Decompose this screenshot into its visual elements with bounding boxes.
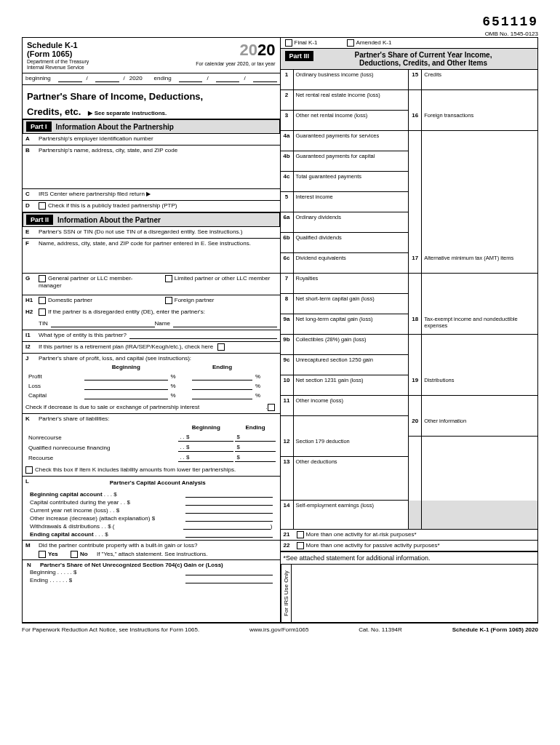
- p3-19: Distributions: [422, 375, 537, 396]
- p3-6b: Qualified dividends: [294, 233, 409, 253]
- calendar-year-text: For calendar year 2020, or tax year: [196, 61, 275, 66]
- beginning-label: beginning: [25, 75, 51, 81]
- footer-form: Schedule K-1 (Form 1065) 2020: [452, 626, 538, 633]
- line-i1: What type of entity is this partner?: [39, 332, 127, 338]
- begin-month[interactable]: [58, 75, 82, 82]
- line-i2: If this partner is a retirement plan (IR…: [39, 343, 213, 350]
- i2-checkbox[interactable]: [217, 343, 225, 351]
- tin-input[interactable]: [51, 320, 155, 327]
- p3-12: Section 179 deduction: [294, 437, 409, 457]
- p3-13: Other deductions: [294, 457, 409, 501]
- see-instructions: ▶ See separate instructions.: [88, 110, 167, 116]
- p3-18: Tax-exempt income and nondeductible expe…: [422, 314, 537, 335]
- p3-1: Ordinary business income (loss): [294, 70, 409, 90]
- p3-9c: Unrecaptured section 1250 gain: [294, 355, 409, 375]
- line-k: Partner's share of liabilities:: [39, 415, 110, 422]
- p3-10: Net section 1231 gain (loss): [294, 375, 409, 396]
- p3-2: Net rental real estate income (loss): [294, 90, 409, 111]
- line-e: Partner's SSN or TIN (Do not use TIN of …: [39, 228, 242, 235]
- i1-input[interactable]: [129, 332, 277, 339]
- line-a: Partnership's employer identification nu…: [39, 135, 153, 142]
- schedule-title: Schedule K-1: [27, 41, 187, 49]
- m-yes-checkbox[interactable]: [39, 551, 46, 558]
- irs-use-only: For IRS Use Only: [281, 565, 292, 622]
- line-n: Partner's Share of Net Unrecognized Sect…: [40, 562, 223, 568]
- line-f: Name, address, city, state, and ZIP code…: [39, 240, 251, 247]
- p3-17: Alternative minimum tax (AMT) items: [422, 253, 537, 274]
- part3-header: Part III Partner's Share of Current Year…: [281, 49, 538, 70]
- m-note: If "Yes," attach statement. See instruct…: [97, 551, 208, 557]
- ptp-checkbox[interactable]: [39, 202, 46, 210]
- cb-21[interactable]: [297, 531, 304, 538]
- cb-22[interactable]: [297, 542, 304, 549]
- p3-20: Other information: [422, 416, 537, 437]
- line-m: Did the partner contribute property with…: [39, 542, 197, 549]
- line-d: Check if this is a publicly traded partn…: [48, 202, 177, 209]
- fp-label: Foreign partner: [175, 297, 215, 303]
- gp-checkbox[interactable]: [39, 275, 46, 282]
- form-code: 651119: [22, 15, 538, 29]
- line-h2: If the partner is a disregarded entity (…: [48, 308, 205, 315]
- tax-year: 2020: [196, 41, 275, 60]
- p3-5: Interest income: [294, 192, 409, 212]
- p3-14: Self-employment earnings (loss): [294, 501, 409, 530]
- p3-11: Other income (loss): [294, 396, 409, 416]
- fp-checkbox[interactable]: [165, 297, 172, 304]
- main-title-2: Credits, etc.: [27, 106, 81, 117]
- line-c: IRS Center where partnership filed retur…: [39, 191, 151, 197]
- p3-9a: Net long-term capital gain (loss): [294, 314, 409, 335]
- part2-header: Part IIInformation About the Partner: [23, 212, 280, 227]
- k-checkbox[interactable]: [25, 466, 33, 474]
- k-check-label: Check this box if Item K includes liabil…: [35, 466, 236, 473]
- p3-4c: Total guaranteed payments: [294, 172, 409, 192]
- final-label: Final K-1: [295, 39, 318, 46]
- p3-3: Other net rental income (loss): [294, 111, 409, 131]
- tin-label: TIN: [39, 320, 48, 327]
- dp-label: Domestic partner: [48, 297, 92, 303]
- lp-label: Limited partner or other LLC member: [175, 275, 271, 282]
- m-no-checkbox[interactable]: [71, 551, 78, 558]
- j-checkbox[interactable]: [268, 404, 275, 411]
- name-input[interactable]: [173, 320, 277, 327]
- lp-checkbox[interactable]: [165, 275, 172, 282]
- amended-label: Amended K-1: [356, 39, 392, 46]
- p3-9b: Collectibles (28%) gain (loss): [294, 335, 409, 355]
- begin-year: 2020: [129, 75, 143, 81]
- p3-6a: Ordinary dividends: [294, 212, 409, 233]
- url: www.irs.gov/Form1065: [249, 626, 308, 633]
- p3-4a: Guaranteed payments for services: [294, 131, 409, 151]
- dp-checkbox[interactable]: [39, 297, 46, 304]
- gp-label: General partner or LLC member-manager: [39, 275, 133, 289]
- p3-15: Credits: [422, 70, 537, 90]
- p3-6c: Dividend equivalents: [294, 253, 409, 274]
- dept-treasury: Department of the Treasury: [27, 59, 187, 64]
- p3-22: More than one activity for passive activ…: [306, 542, 440, 549]
- p3-4b: Guaranteed payments for capital: [294, 151, 409, 172]
- begin-day[interactable]: [95, 75, 119, 82]
- line-j: Partner's share of profit, loss, and cap…: [39, 355, 191, 362]
- line-b: Partnership's name, address, city, state…: [39, 147, 177, 154]
- pra-notice: For Paperwork Reduction Act Notice, see …: [22, 626, 199, 633]
- amended-k1-checkbox[interactable]: [347, 39, 354, 47]
- main-title-1: Partner's Share of Income, Deductions,: [27, 91, 276, 102]
- end-month[interactable]: [179, 75, 203, 82]
- j-check-label: Check if decrease is due to sale or exch…: [25, 404, 265, 410]
- p3-16: Foreign transactions: [422, 111, 537, 131]
- form-number: (Form 1065): [27, 49, 187, 58]
- attached-statement: *See attached statement for additional i…: [281, 551, 538, 564]
- p3-21: More than one activity for at-risk purpo…: [306, 531, 417, 538]
- part1-header: Part IInformation About the Partnership: [23, 119, 280, 134]
- end-day[interactable]: [216, 75, 240, 82]
- p3-8: Net short-term capital gain (loss): [294, 294, 409, 314]
- omb-number: OMB No. 1545-0123: [22, 31, 538, 37]
- irs-label: Internal Revenue Service: [27, 65, 187, 70]
- ending-label: ending: [154, 75, 172, 81]
- cat-no: Cat. No. 11394R: [359, 626, 402, 633]
- de-checkbox[interactable]: [39, 308, 46, 316]
- final-k1-checkbox[interactable]: [285, 39, 292, 47]
- name-label: Name: [155, 320, 170, 327]
- line-l-title: Partner's Capital Account Analysis: [39, 478, 277, 487]
- p3-7: Royalties: [294, 274, 409, 294]
- end-year[interactable]: [253, 75, 277, 82]
